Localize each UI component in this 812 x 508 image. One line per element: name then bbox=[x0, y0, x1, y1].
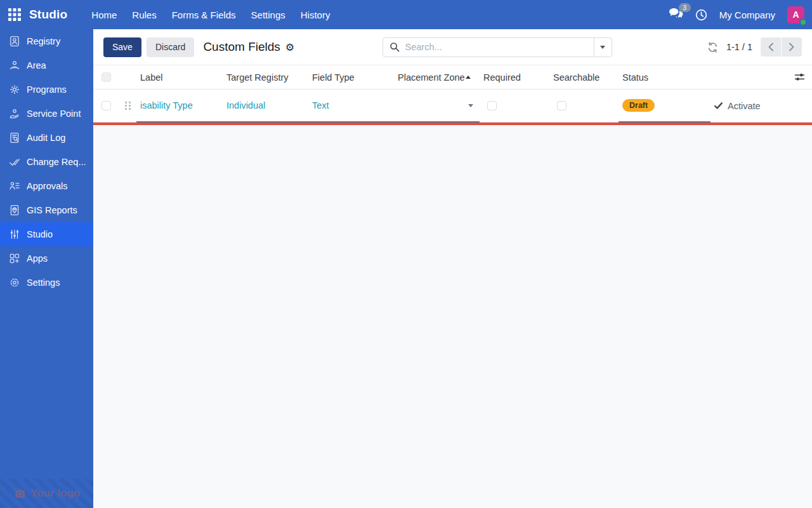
camera-icon bbox=[13, 488, 26, 499]
sidebar-item-settings[interactable]: Settings bbox=[0, 271, 93, 295]
empty-area bbox=[93, 125, 812, 508]
gis-reports-icon bbox=[9, 204, 20, 216]
sidebar-item-service-point[interactable]: Service Point bbox=[0, 102, 93, 126]
top-navbar: Studio HomeRulesForms & FieldsSettingsHi… bbox=[0, 0, 812, 29]
logo-text: Your logo bbox=[30, 487, 80, 500]
sidebar-item-label: Area bbox=[27, 60, 46, 70]
cell-status[interactable]: Draft bbox=[619, 90, 710, 123]
apps-icon bbox=[9, 253, 20, 264]
sidebar-item-label: Service Point bbox=[27, 109, 81, 119]
sidebar-item-apps[interactable]: Apps bbox=[0, 246, 93, 271]
nav-item-settings[interactable]: Settings bbox=[244, 0, 293, 29]
pager-previous-button[interactable] bbox=[761, 37, 781, 57]
sidebar-menu: RegistryAreaProgramsService PointAudit L… bbox=[0, 29, 93, 295]
company-logo-placeholder[interactable]: Your logo bbox=[0, 479, 93, 508]
sidebar-item-area[interactable]: Area bbox=[0, 53, 93, 77]
nav-item-history[interactable]: History bbox=[293, 0, 338, 29]
sidebar-item-gis-reports[interactable]: GIS Reports bbox=[0, 198, 93, 222]
company-switcher[interactable]: My Company bbox=[719, 10, 775, 20]
sidebar-item-label: Settings bbox=[27, 277, 60, 288]
sidebar-item-registry[interactable]: Registry bbox=[0, 29, 93, 53]
sidebar-item-label: GIS Reports bbox=[27, 205, 77, 215]
sidebar: RegistryAreaProgramsService PointAudit L… bbox=[0, 29, 93, 508]
search-filters-toggle[interactable] bbox=[594, 38, 612, 57]
sidebar-item-label: Registry bbox=[27, 36, 60, 46]
page-title: Custom Fields ⚙ bbox=[203, 40, 294, 54]
view-settings-gear-icon[interactable]: ⚙ bbox=[285, 41, 294, 53]
required-checkbox[interactable] bbox=[487, 101, 497, 110]
audit-log-icon bbox=[9, 132, 20, 144]
nav-item-forms-fields[interactable]: Forms & Fields bbox=[164, 0, 244, 29]
cell-action: Activate bbox=[710, 90, 787, 123]
settings-icon bbox=[9, 277, 20, 288]
table-row: isability Type Individual Text bbox=[93, 90, 812, 123]
area-icon bbox=[9, 60, 20, 71]
cell-placement-zone-select[interactable] bbox=[394, 90, 480, 123]
select-all-checkbox[interactable] bbox=[102, 72, 111, 82]
approvals-icon bbox=[9, 180, 20, 192]
sort-ascending-icon bbox=[466, 76, 471, 79]
sidebar-item-label: Change Req... bbox=[27, 157, 86, 167]
search-input[interactable] bbox=[405, 42, 587, 52]
messages-count-badge: 3 bbox=[679, 3, 691, 12]
sidebar-item-studio[interactable]: Studio bbox=[0, 222, 93, 246]
save-button[interactable]: Save bbox=[103, 37, 141, 57]
chevron-down-icon bbox=[600, 46, 605, 49]
user-avatar[interactable]: A bbox=[787, 6, 804, 23]
sidebar-item-label: Apps bbox=[27, 253, 48, 264]
main-content: Save Discard Custom Fields ⚙ bbox=[93, 29, 812, 508]
studio-icon bbox=[9, 229, 20, 240]
pager-range: 1-1 / 1 bbox=[726, 42, 752, 52]
cell-target-registry-select[interactable]: Individual bbox=[223, 90, 308, 123]
activities-clock-icon[interactable] bbox=[695, 9, 707, 21]
optional-columns-toggle[interactable] bbox=[787, 72, 812, 82]
sidebar-item-change-req[interactable]: Change Req... bbox=[0, 150, 93, 174]
column-header-target-registry[interactable]: Target Registry bbox=[223, 72, 308, 83]
row-checkbox[interactable] bbox=[102, 101, 111, 110]
avatar-letter: A bbox=[792, 10, 799, 20]
cell-field-type-select[interactable]: Text bbox=[308, 90, 394, 123]
programs-icon bbox=[9, 84, 20, 95]
sidebar-item-label: Audit Log bbox=[27, 133, 65, 143]
column-header-status[interactable]: Status bbox=[619, 72, 710, 83]
messages-button[interactable]: 3 bbox=[669, 8, 683, 22]
app-title[interactable]: Studio bbox=[29, 8, 67, 22]
drag-handle-icon[interactable] bbox=[124, 101, 131, 110]
sidebar-item-audit-log[interactable]: Audit Log bbox=[0, 126, 93, 150]
sidebar-item-label: Studio bbox=[27, 229, 53, 239]
sidebar-item-label: Approvals bbox=[27, 181, 67, 191]
sidebar-item-programs[interactable]: Programs bbox=[0, 77, 93, 102]
cell-required bbox=[480, 90, 549, 123]
column-header-searchable[interactable]: Searchable bbox=[549, 72, 619, 83]
activate-button[interactable]: Activate bbox=[714, 101, 761, 111]
cell-trailing bbox=[787, 90, 812, 123]
column-header-required[interactable]: Required bbox=[480, 72, 549, 83]
pager-next-button[interactable] bbox=[782, 37, 802, 57]
nav-menu: HomeRulesForms & FieldsSettingsHistory bbox=[84, 0, 337, 29]
search-icon bbox=[390, 42, 400, 52]
discard-button[interactable]: Discard bbox=[147, 37, 194, 57]
check-icon bbox=[714, 102, 723, 109]
online-status-dot bbox=[799, 18, 807, 26]
row-drag-cell bbox=[119, 90, 136, 123]
cell-label-input[interactable]: isability Type bbox=[136, 90, 223, 123]
sidebar-item-label: Programs bbox=[27, 84, 67, 95]
nav-item-rules[interactable]: Rules bbox=[124, 0, 164, 29]
nav-item-home[interactable]: Home bbox=[84, 0, 124, 29]
column-header-placement-zone[interactable]: Placement Zone bbox=[394, 72, 480, 83]
table-header: Label Target Registry Field Type Placeme… bbox=[93, 65, 812, 90]
service-point-icon bbox=[9, 108, 20, 119]
column-header-label[interactable]: Label bbox=[136, 72, 223, 83]
apps-grid-icon[interactable] bbox=[0, 0, 29, 29]
row-select-cell bbox=[93, 90, 119, 123]
search-bar bbox=[383, 37, 612, 57]
sidebar-item-approvals[interactable]: Approvals bbox=[0, 174, 93, 198]
refresh-icon[interactable] bbox=[707, 42, 718, 53]
pager: 1-1 / 1 bbox=[707, 37, 802, 57]
dropdown-caret-icon bbox=[468, 104, 473, 107]
column-header-field-type[interactable]: Field Type bbox=[308, 72, 394, 83]
searchable-checkbox[interactable] bbox=[557, 101, 566, 110]
registry-icon bbox=[9, 36, 20, 47]
cell-searchable bbox=[549, 90, 619, 123]
status-badge: Draft bbox=[622, 99, 655, 112]
